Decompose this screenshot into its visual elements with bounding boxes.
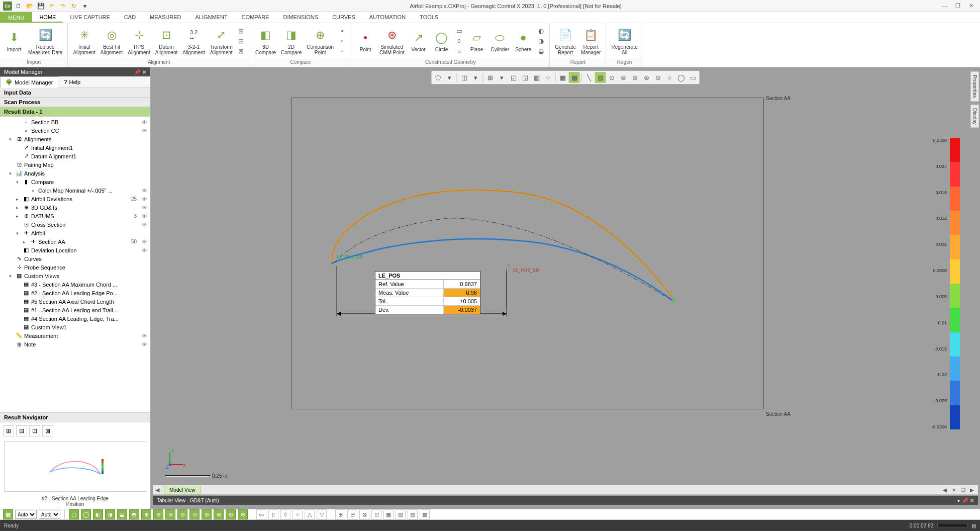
vp-c1-icon[interactable]: ⊙	[607, 72, 618, 83]
best-fit-alignment-button[interactable]: ◎Best Fit Alignment	[99, 26, 125, 56]
ab-11[interactable]: ⊙	[189, 509, 200, 519]
ab-8[interactable]: ⊖	[153, 509, 163, 519]
tree-row[interactable]: ▫Section CC👁	[0, 126, 150, 135]
point-button[interactable]: •Point	[354, 29, 376, 53]
tabular-close-icon[interactable]: ✕	[970, 498, 974, 503]
ab-13[interactable]: ⊛	[214, 509, 224, 519]
vp-grid1-icon[interactable]: ▦	[557, 72, 568, 83]
ab-2[interactable]: ◯	[81, 509, 91, 519]
transform-alignment-button[interactable]: ⤢Transform Alignment	[208, 26, 235, 56]
tabular-expand-icon[interactable]: ▾	[957, 498, 960, 503]
geom-small-1[interactable]: ▭	[455, 27, 464, 36]
vp-box-icon[interactable]: ⊞	[485, 72, 496, 83]
close-button[interactable]: ✕	[965, 1, 977, 11]
accent-select-2[interactable]: Autc	[39, 510, 60, 519]
qat-redo2-icon[interactable]: ↻	[69, 2, 78, 11]
tab-home[interactable]: HOME	[32, 12, 63, 23]
vp-fill-icon[interactable]: ▨	[595, 72, 606, 83]
view-tab-model-view[interactable]: Model View	[164, 486, 201, 494]
qat-dropdown-icon[interactable]: ▾	[80, 2, 89, 11]
geom-small-6[interactable]: ◒	[536, 47, 545, 56]
ab-21[interactable]: ▽	[317, 509, 327, 519]
vp-c6-icon[interactable]: ○	[664, 72, 675, 83]
vector-button[interactable]: ↗Vector	[408, 29, 430, 53]
maximize-button[interactable]: ❐	[952, 1, 964, 11]
tree-row[interactable]: ▸✈Section AA50👁	[0, 237, 150, 246]
tree-row[interactable]: ▾▦Custom Views	[0, 272, 150, 280]
visibility-eye-icon[interactable]: 👁	[140, 341, 148, 347]
qat-new-icon[interactable]: 🗋	[14, 2, 23, 11]
ab-17[interactable]: ▯	[268, 509, 278, 519]
expand-icon[interactable]: ▾	[9, 171, 14, 176]
vp-c5-icon[interactable]: ⊝	[653, 72, 664, 83]
compare-small-2[interactable]: ▫	[338, 37, 347, 46]
ab-22[interactable]: ⊞	[335, 509, 345, 519]
vt-prev2[interactable]: ◀	[941, 486, 949, 494]
tree-row[interactable]: ▸⊕DATUMS3👁	[0, 212, 150, 220]
vp-grid2-icon[interactable]: ▩	[569, 72, 580, 83]
expand-icon[interactable]: ▸	[16, 214, 21, 219]
visibility-eye-icon[interactable]: 👁	[140, 333, 148, 339]
menu-button[interactable]: MENU	[0, 12, 32, 23]
pin-icon[interactable]: 📌	[134, 69, 140, 75]
geom-small-4[interactable]: ◐	[536, 27, 545, 36]
qat-open-icon[interactable]: 📂	[25, 2, 34, 11]
result-nav-preview[interactable]	[4, 441, 146, 492]
qat-undo-icon[interactable]: ↶	[47, 2, 56, 11]
nav-tool-4[interactable]: ⊠	[42, 425, 53, 436]
visibility-eye-icon[interactable]: 👁	[140, 196, 148, 202]
tree-row[interactable]: ▫Color Map Nominal +/-.005" ...👁	[0, 186, 150, 195]
cylinder-button[interactable]: ⬭Cylinder	[489, 29, 512, 53]
nav-tool-3[interactable]: ⊡	[29, 425, 40, 436]
tab-cad[interactable]: CAD	[117, 12, 143, 23]
expand-icon[interactable]: ▾	[16, 231, 21, 236]
expand-icon[interactable]: ▸	[16, 205, 21, 210]
vp-view4-icon[interactable]: ⊹	[543, 72, 554, 83]
dock-tab-properties[interactable]: Properties	[970, 71, 979, 102]
vp-view3-icon[interactable]: ▥	[531, 72, 542, 83]
ab-19[interactable]: ○	[292, 509, 303, 519]
replace-measured-data-button[interactable]: 🔄Replace Measured Data	[26, 26, 64, 56]
panel-tab-model-manager[interactable]: 🌳Model Manager	[0, 76, 58, 88]
geom-small-2[interactable]: ◊	[455, 37, 464, 46]
vt-next[interactable]: ▶	[968, 486, 976, 494]
generate-report-button[interactable]: 📄Generate Report	[553, 26, 578, 56]
tree-row[interactable]: ▸⊕3D GD&Ts👁	[0, 203, 150, 212]
ab-10[interactable]: ⊘	[177, 509, 187, 519]
ab-16[interactable]: ▭	[256, 509, 266, 519]
ab-12[interactable]: ⊚	[202, 509, 212, 519]
ab-26[interactable]: ▦	[383, 509, 394, 519]
compare-small-3[interactable]: ◦	[338, 47, 347, 56]
tree-row[interactable]: ▸◧Airfoil Deviations25👁	[0, 195, 150, 203]
tree-row[interactable]: ◧Deviation Location👁	[0, 246, 150, 254]
ab-28[interactable]: ▨	[408, 509, 418, 519]
visibility-eye-icon[interactable]: 👁	[140, 119, 148, 125]
visibility-eye-icon[interactable]: 👁	[140, 222, 148, 228]
ab-3[interactable]: ◐	[93, 509, 103, 519]
tree-row[interactable]: ▦#4 Section AA Leading, Edge, Tra...	[0, 314, 150, 323]
ab-20[interactable]: △	[305, 509, 315, 519]
ab-29[interactable]: ▩	[420, 509, 430, 519]
vp-c8-icon[interactable]: ▭	[688, 72, 699, 83]
tab-tools[interactable]: TOOLS	[413, 12, 445, 23]
tab-automation[interactable]: AUTOMATION	[362, 12, 413, 23]
ab-25[interactable]: ⊡	[371, 509, 381, 519]
qat-redo-icon[interactable]: ↷	[58, 2, 67, 11]
visibility-eye-icon[interactable]: 👁	[140, 205, 148, 211]
vp-c2-icon[interactable]: ⊚	[618, 72, 629, 83]
qat-save-icon[interactable]: 💾	[36, 2, 45, 11]
ab-1[interactable]: ▢	[69, 509, 79, 519]
vp-c7-icon[interactable]: ◯	[676, 72, 687, 83]
geom-small-5[interactable]: ◑	[536, 37, 545, 46]
ab-4[interactable]: ◑	[105, 509, 115, 519]
tree-row[interactable]: ▦#3 - Section AA Maximum Chord ...	[0, 280, 150, 289]
align-small-2[interactable]: ⊟	[237, 37, 246, 46]
expand-icon[interactable]: ▸	[16, 197, 21, 202]
expand-icon[interactable]: ▾	[9, 274, 14, 279]
view-tab-prev[interactable]: ◀	[153, 487, 162, 493]
section-input-data[interactable]: Input Data	[0, 88, 150, 98]
tabular-pin-icon[interactable]: 📌	[962, 498, 968, 503]
section-scan-process[interactable]: Scan Process	[0, 98, 150, 107]
vt-max[interactable]: ❐	[959, 486, 967, 494]
section-result-data[interactable]: Result Data - 1	[0, 107, 150, 117]
